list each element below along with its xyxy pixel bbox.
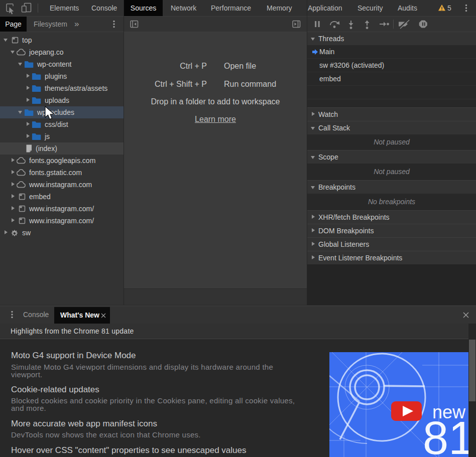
svg-text:5: 5	[447, 4, 451, 12]
